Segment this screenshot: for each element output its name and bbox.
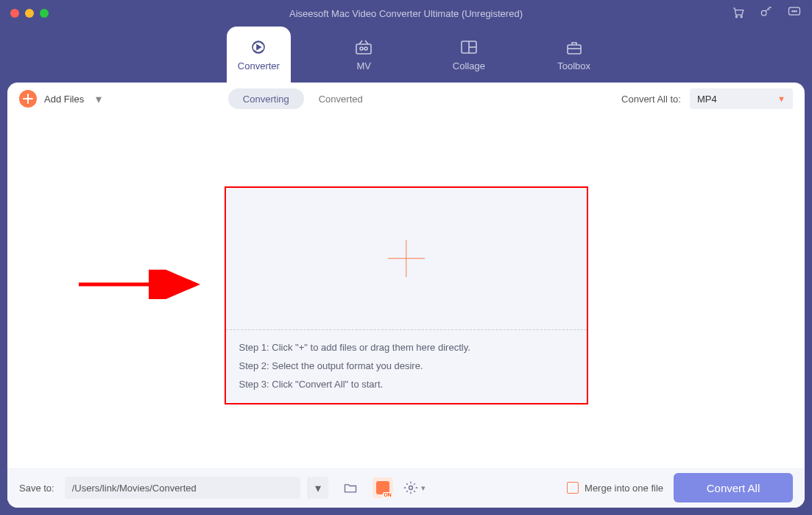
tab-label: Converter [238,60,280,71]
step-text: Step 3: Click "Convert All" to start. [239,379,573,390]
output-format-select[interactable]: MP4 ▼ [690,88,793,109]
drop-zone-steps: Step 1: Click "+" to add files or drag t… [226,330,587,403]
chevron-down-icon: ▼ [777,94,785,103]
cart-icon[interactable] [731,4,746,22]
save-path-value: /Users/link/Movies/Converted [72,483,293,494]
svg-point-10 [360,47,363,50]
convert-all-button[interactable]: Convert All [674,473,793,502]
tab-mv[interactable]: MV [332,27,396,83]
gear-icon [403,480,418,495]
chip-icon: ON [373,477,393,498]
segment-converting[interactable]: Converting [228,88,304,109]
svg-point-1 [741,16,742,18]
format-selected-value: MP4 [697,94,717,105]
add-files-label: Add Files [44,94,84,105]
minimize-window-button[interactable] [25,9,34,18]
chevron-down-icon[interactable]: ▾ [96,92,102,106]
conversion-status-segment: Converting Converted [228,88,378,109]
tab-label: Toolbox [557,60,590,71]
svg-point-11 [364,47,367,50]
svg-marker-8 [257,45,261,49]
merge-checkbox[interactable]: Merge into one file [567,482,663,494]
titlebar: Aiseesoft Mac Video Converter Ultimate (… [0,0,812,27]
content-area: Add Files ▾ Converting Converted Convert… [7,83,805,508]
step-text: Step 2: Select the output format you des… [239,360,573,371]
drop-zone[interactable]: Step 1: Click "+" to add files or drag t… [225,186,588,404]
save-path-field[interactable]: /Users/link/Movies/Converted [65,477,300,499]
convert-all-to-label: Convert All to: [621,94,681,105]
feedback-icon[interactable] [787,4,802,22]
tab-label: Collage [453,60,485,71]
svg-point-2 [761,10,766,15]
svg-point-6 [796,11,797,12]
merge-label: Merge into one file [585,483,663,494]
segment-converted[interactable]: Converted [304,88,378,109]
toolbar: Add Files ▾ Converting Converted Convert… [7,83,805,115]
plus-icon [388,240,425,277]
save-path-dropdown[interactable]: ▾ [308,477,328,499]
svg-point-4 [792,11,793,12]
gpu-acceleration-button[interactable]: ON [373,476,393,500]
step-text: Step 1: Click "+" to add files or drag t… [239,342,573,353]
tab-collage[interactable]: Collage [437,27,501,83]
close-window-button[interactable] [10,9,19,18]
svg-point-5 [794,11,794,12]
plus-icon [19,90,37,108]
main-tabs: Converter MV Collage Toolbox [0,27,812,83]
add-files-button[interactable]: Add Files ▾ [19,90,102,108]
svg-rect-9 [356,44,371,54]
settings-button[interactable]: ▾ [403,476,426,500]
drop-zone-add-area[interactable] [226,188,587,330]
window-title: Aiseesoft Mac Video Converter Ultimate (… [0,8,812,19]
chevron-down-icon: ▾ [421,483,426,493]
tab-label: MV [356,60,371,71]
gpu-on-badge: ON [383,492,392,497]
open-folder-button[interactable] [339,476,362,500]
footer-bar: Save to: /Users/link/Movies/Converted ▾ … [7,468,805,508]
checkbox-icon [567,482,579,494]
traffic-lights [10,9,49,18]
tab-converter[interactable]: Converter [227,27,291,83]
save-to-label: Save to: [19,483,54,494]
svg-rect-15 [568,45,581,54]
svg-point-0 [735,16,737,18]
tab-toolbox[interactable]: Toolbox [542,27,606,83]
key-icon[interactable] [759,4,774,22]
annotation-arrow-icon [75,270,208,299]
zoom-window-button[interactable] [40,9,49,18]
svg-point-18 [409,486,412,490]
